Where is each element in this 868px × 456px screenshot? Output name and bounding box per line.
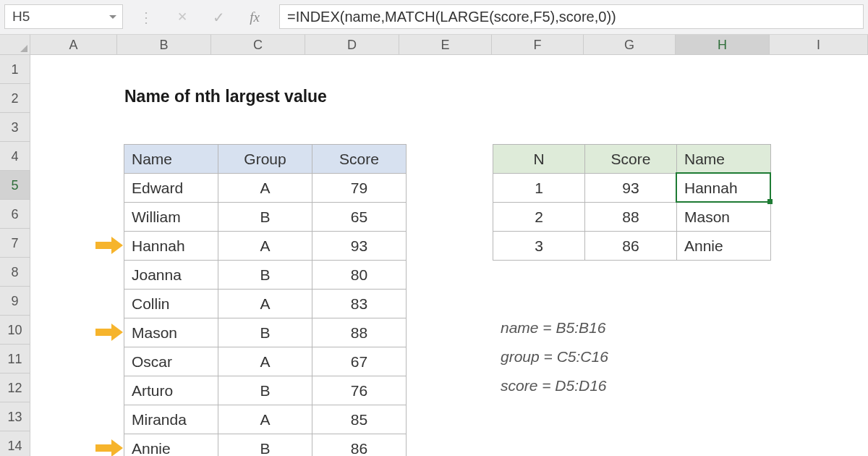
column-header[interactable]: I	[770, 35, 868, 54]
column-header[interactable]: H	[676, 35, 770, 54]
table-row: 288Mason	[493, 203, 771, 232]
cell-name[interactable]: Oscar	[124, 347, 218, 376]
row-header[interactable]: 1	[0, 55, 30, 84]
cell-name[interactable]: Arturo	[124, 376, 218, 405]
cell-name[interactable]: Mason	[677, 203, 771, 232]
row-header[interactable]: 7	[0, 229, 30, 258]
cell-score[interactable]: 80	[312, 261, 407, 290]
name-box[interactable]: H5	[4, 4, 123, 29]
table-row: WilliamB65	[124, 203, 407, 232]
row-header[interactable]: 5	[0, 171, 30, 200]
column-header[interactable]: E	[399, 35, 492, 54]
cell-score[interactable]: 85	[312, 405, 407, 434]
table-row: AnnieB86	[124, 434, 407, 456]
column-header[interactable]: C	[211, 35, 305, 54]
col-header-name[interactable]: Name	[677, 145, 771, 174]
cell-score[interactable]: 88	[312, 318, 407, 347]
confirm-icon[interactable]	[208, 9, 229, 26]
cell-name[interactable]: Edward	[124, 174, 218, 203]
table-row: 386Annie	[493, 232, 771, 261]
table-row: 193Hannah	[493, 174, 771, 203]
cell-name[interactable]: Collin	[124, 290, 218, 318]
cell-score[interactable]: 86	[585, 232, 677, 261]
cell-n[interactable]: 3	[493, 232, 585, 261]
row-headers: 1234567891011121314	[0, 55, 30, 456]
formula-text: =INDEX(name,MATCH(LARGE(score,F5),score,…	[287, 9, 616, 25]
cell-group[interactable]: B	[218, 376, 312, 405]
column-header[interactable]: G	[584, 35, 676, 54]
cell-name[interactable]: Joanna	[124, 261, 218, 290]
legend-line: group = C5:C16	[501, 348, 608, 366]
cell-score[interactable]: 79	[312, 174, 407, 203]
col-header-group[interactable]: Group	[218, 145, 312, 174]
drag-handle-icon	[136, 9, 156, 26]
formula-controls	[123, 0, 265, 34]
cell-group[interactable]: A	[218, 290, 312, 318]
cell-score[interactable]: 93	[312, 232, 407, 261]
col-header-n[interactable]: N	[493, 145, 585, 174]
table-row: EdwardA79	[124, 174, 407, 203]
cell-group[interactable]: A	[218, 405, 312, 434]
cell-score[interactable]: 76	[312, 376, 407, 405]
table-row: JoannaB80	[124, 261, 407, 290]
cell-group[interactable]: A	[218, 232, 312, 261]
cell-name[interactable]: Hannah	[124, 232, 218, 261]
column-header[interactable]: A	[30, 35, 117, 54]
row-header[interactable]: 12	[0, 373, 30, 402]
cell-name[interactable]: Miranda	[124, 405, 218, 434]
column-header[interactable]: B	[117, 35, 211, 54]
cell-n[interactable]: 1	[493, 174, 585, 203]
cell-group[interactable]: A	[218, 174, 312, 203]
row-header[interactable]: 6	[0, 200, 30, 229]
cell-name[interactable]: Hannah	[677, 174, 771, 203]
fx-icon[interactable]	[244, 9, 265, 25]
row-header[interactable]: 10	[0, 316, 30, 345]
cell-name[interactable]: Annie	[124, 434, 218, 456]
cell-score[interactable]: 86	[312, 434, 407, 456]
row-header[interactable]: 4	[0, 142, 30, 171]
column-headers: ABCDEFGHI	[30, 35, 868, 55]
cell-name[interactable]: Annie	[677, 232, 771, 261]
cell-name[interactable]: Mason	[124, 318, 218, 347]
arrow-icon	[95, 237, 126, 254]
cell-n[interactable]: 2	[493, 203, 585, 232]
cancel-icon[interactable]	[172, 9, 192, 25]
cell-score[interactable]: 83	[312, 290, 407, 318]
row-header[interactable]: 9	[0, 287, 30, 316]
col-header-score[interactable]: Score	[585, 145, 677, 174]
table-header-row: N Score Name	[493, 145, 771, 174]
legend-line: score = D5:D16	[501, 377, 607, 394]
cells-area[interactable]: Name of nth largest value Name Group Sco…	[30, 55, 868, 456]
row-header[interactable]: 14	[0, 431, 30, 456]
arrow-icon	[95, 439, 126, 456]
row-header[interactable]: 3	[0, 113, 30, 142]
table-row: ArturoB76	[124, 376, 407, 405]
spreadsheet-grid: ABCDEFGHI 1234567891011121314 Name of nt…	[0, 35, 868, 456]
cell-group[interactable]: B	[218, 261, 312, 290]
cell-score[interactable]: 93	[585, 174, 677, 203]
legend-line: name = B5:B16	[501, 319, 605, 337]
cell-group[interactable]: B	[218, 203, 312, 232]
formula-bar: H5 =INDEX(name,MATCH(LARGE(score,F5),sco…	[0, 0, 868, 35]
table-row: MasonB88	[124, 318, 407, 347]
col-header-score[interactable]: Score	[312, 145, 407, 174]
data-table: Name Group Score EdwardA79WilliamB65Hann…	[124, 144, 407, 456]
cell-score[interactable]: 67	[312, 347, 407, 376]
row-header[interactable]: 2	[0, 84, 30, 113]
row-header[interactable]: 13	[0, 402, 30, 431]
cell-score[interactable]: 88	[585, 203, 677, 232]
name-box-value: H5	[12, 9, 30, 25]
column-header[interactable]: D	[305, 35, 399, 54]
cell-group[interactable]: B	[218, 318, 312, 347]
row-header[interactable]: 8	[0, 258, 30, 287]
cell-score[interactable]: 65	[312, 203, 407, 232]
cell-group[interactable]: A	[218, 347, 312, 376]
cell-name[interactable]: William	[124, 203, 218, 232]
formula-input[interactable]: =INDEX(name,MATCH(LARGE(score,F5),score,…	[279, 4, 864, 29]
select-all-corner[interactable]	[0, 35, 30, 55]
col-header-name[interactable]: Name	[124, 145, 218, 174]
cell-group[interactable]: B	[218, 434, 312, 456]
column-header[interactable]: F	[492, 35, 584, 54]
row-header[interactable]: 11	[0, 345, 30, 373]
chevron-down-icon[interactable]	[109, 15, 116, 19]
